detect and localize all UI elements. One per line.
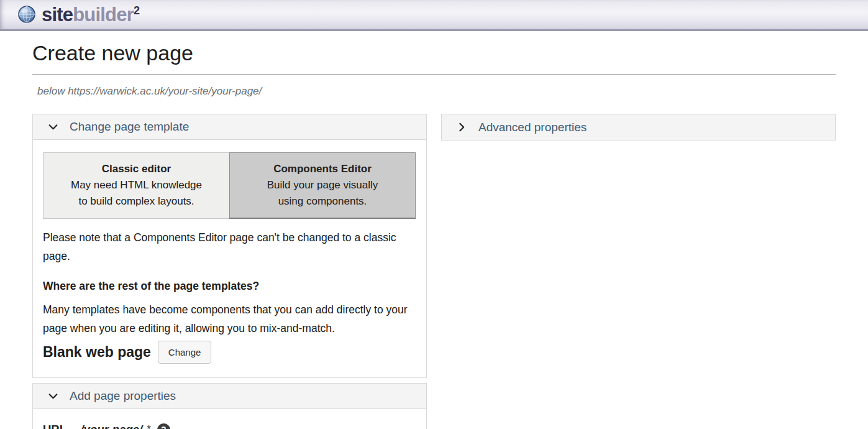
templates-answer-text: Many templates have become components th… — [43, 300, 416, 338]
logo-superscript: 2 — [134, 4, 139, 17]
change-page-template-body: Classic editor May need HTML knowledge t… — [33, 140, 426, 377]
components-editor-note: Please note that a Components Editor pag… — [43, 228, 416, 265]
change-page-template-panel: Change page template Classic editor May … — [32, 114, 427, 378]
required-asterisk: * — [147, 423, 151, 429]
add-page-properties-panel: Add page properties URL .../your-page/ *… — [32, 383, 427, 429]
main-content: Create new page below https://warwick.ac… — [0, 41, 868, 429]
logo-wordmark: sitebuilder2 — [42, 5, 139, 24]
url-field-label-row: URL .../your-page/ * ? — [43, 423, 416, 429]
section-title: Change page template — [70, 120, 189, 134]
template-option-classic-editor[interactable]: Classic editor May need HTML knowledge t… — [43, 152, 229, 219]
left-column: Change page template Classic editor May … — [32, 114, 427, 429]
two-column-layout: Change page template Classic editor May … — [32, 114, 836, 429]
advanced-properties-panel: Advanced properties — [441, 114, 836, 141]
section-title: Advanced properties — [478, 121, 587, 134]
chevron-down-icon — [48, 391, 58, 402]
app-header: sitebuilder2 — [0, 0, 868, 31]
template-option-title: Components Editor — [236, 161, 409, 177]
current-template-name: Blank web page — [43, 344, 151, 361]
right-column: Advanced properties — [441, 114, 836, 141]
change-page-template-header[interactable]: Change page template — [33, 114, 426, 140]
add-page-properties-body: URL .../your-page/ * ? — [33, 409, 426, 429]
current-template-row: Blank web page Change — [43, 341, 416, 364]
chevron-right-icon — [457, 122, 467, 132]
template-option-description-line: Build your page visually — [236, 177, 409, 193]
page-subtitle: below https://warwick.ac.uk/your-site/yo… — [32, 85, 836, 98]
chevron-down-icon — [48, 122, 58, 132]
template-option-group: Classic editor May need HTML knowledge t… — [43, 152, 416, 219]
help-icon[interactable]: ? — [157, 423, 170, 429]
template-option-description-line: May need HTML knowledge — [50, 177, 223, 193]
template-option-description-line: to build complex layouts. — [50, 193, 223, 210]
change-template-button[interactable]: Change — [158, 341, 212, 364]
title-divider — [32, 74, 836, 75]
template-option-description-line: using components. — [236, 193, 409, 210]
template-option-components-editor[interactable]: Components Editor Build your page visual… — [229, 152, 416, 219]
globe-icon — [17, 5, 36, 24]
url-label: URL — [43, 423, 66, 429]
logo-part-builder: builder — [73, 4, 134, 25]
page-title: Create new page — [32, 41, 836, 65]
add-page-properties-header[interactable]: Add page properties — [33, 384, 426, 409]
template-option-title: Classic editor — [50, 161, 223, 177]
templates-question-heading: Where are the rest of the page templates… — [43, 280, 416, 293]
logo-part-site: site — [42, 4, 73, 25]
section-title: Add page properties — [70, 389, 176, 403]
url-path-hint: .../your-page/ — [71, 423, 142, 429]
advanced-properties-header[interactable]: Advanced properties — [442, 114, 835, 140]
sitebuilder-logo[interactable]: sitebuilder2 — [17, 5, 139, 24]
